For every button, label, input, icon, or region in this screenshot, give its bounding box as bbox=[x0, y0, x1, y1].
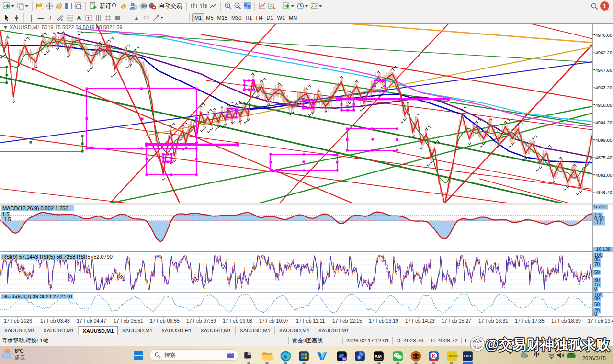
svg-text:4861.00: 4861.00 bbox=[595, 172, 613, 178]
svg-text:85: 85 bbox=[594, 257, 600, 262]
svg-text:0: 0 bbox=[594, 311, 597, 317]
svg-text:-1.5: -1.5 bbox=[594, 220, 603, 225]
svg-text:Stoch(9,3,3) 39.3824 27.2140: Stoch(9,3,3) 39.3824 27.2140 bbox=[2, 294, 72, 299]
svg-text:RSI(9) 57.1443 RSI(5) 56.7258: RSI(9) 57.1443 RSI(5) 56.7258 RSI(5) 52.… bbox=[2, 254, 113, 260]
svg-text:17 Feb 17:35: 17 Feb 17:35 bbox=[515, 318, 545, 324]
svg-text:17 Feb 19:43: 17 Feb 19:43 bbox=[588, 318, 613, 324]
svg-text:4947.60: 4947.60 bbox=[595, 68, 613, 73]
svg-text:4875.40: 4875.40 bbox=[595, 155, 613, 160]
svg-text:XM: XM bbox=[375, 353, 382, 359]
svg-text:0: 0 bbox=[594, 286, 597, 292]
svg-text:▼ XAUUSD,M1 5019.15 5022.04 5: ▼ XAUUSD,M1 5019.15 5022.04 5019.08 5021… bbox=[3, 24, 122, 30]
svg-text:4904.20: 4904.20 bbox=[595, 120, 613, 125]
svg-text:17 Feb 07:59: 17 Feb 07:59 bbox=[186, 318, 216, 324]
svg-text:KVB: KVB bbox=[464, 354, 472, 358]
svg-text:T: T bbox=[87, 16, 90, 20]
svg-text:17 Feb 10:07: 17 Feb 10:07 bbox=[259, 318, 289, 324]
svg-text:E: E bbox=[61, 19, 63, 22]
svg-text:17 Feb 11:11: 17 Feb 11:11 bbox=[296, 318, 325, 324]
svg-text:17 Feb 12:15: 17 Feb 12:15 bbox=[332, 318, 362, 324]
svg-text:50: 50 bbox=[594, 302, 600, 307]
svg-text:4889.80: 4889.80 bbox=[595, 137, 613, 143]
svg-text:4933.20: 4933.20 bbox=[595, 85, 613, 90]
svg-text:17 Feb 09:03: 17 Feb 09:03 bbox=[223, 318, 252, 324]
svg-text:4846.40: 4846.40 bbox=[595, 190, 613, 195]
svg-text:MACD(12,26,9) 0.802 1.250: MACD(12,26,9) 0.802 1.250 bbox=[2, 205, 68, 211]
svg-text:17 Feb 13:19: 17 Feb 13:19 bbox=[369, 318, 398, 324]
svg-text:4962.20: 4962.20 bbox=[595, 50, 613, 55]
svg-text:17 Feb 04:47: 17 Feb 04:47 bbox=[77, 318, 106, 324]
svg-text:17 Feb 16:31: 17 Feb 16:31 bbox=[478, 318, 508, 324]
svg-text:17 Feb 06:55: 17 Feb 06:55 bbox=[150, 318, 180, 324]
svg-text:4976.60: 4976.60 bbox=[595, 33, 613, 38]
svg-text:17 Feb 15:27: 17 Feb 15:27 bbox=[442, 318, 471, 324]
svg-text:6.731: 6.731 bbox=[594, 204, 606, 209]
svg-text:MINING: MINING bbox=[448, 355, 458, 358]
svg-text:17 Feb 18:39: 17 Feb 18:39 bbox=[551, 318, 581, 324]
svg-text:4918.80: 4918.80 bbox=[595, 102, 613, 108]
svg-text:17 Feb 03:43: 17 Feb 03:43 bbox=[40, 318, 70, 324]
svg-text:80: 80 bbox=[594, 296, 600, 301]
svg-text:17 Feb 2026: 17 Feb 2026 bbox=[4, 318, 32, 324]
svg-text:70: 70 bbox=[594, 262, 600, 267]
svg-text:17 Feb 05:51: 17 Feb 05:51 bbox=[114, 318, 143, 324]
svg-text:-16.138: -16.138 bbox=[594, 247, 611, 252]
svg-text:AI: AI bbox=[343, 357, 346, 361]
svg-text:K: K bbox=[432, 353, 436, 359]
svg-text:50: 50 bbox=[594, 270, 600, 275]
svg-text:-1.5: -1.5 bbox=[2, 216, 11, 222]
svg-text:F: F bbox=[71, 19, 73, 22]
svg-text:17 Feb 14:23: 17 Feb 14:23 bbox=[405, 318, 435, 324]
